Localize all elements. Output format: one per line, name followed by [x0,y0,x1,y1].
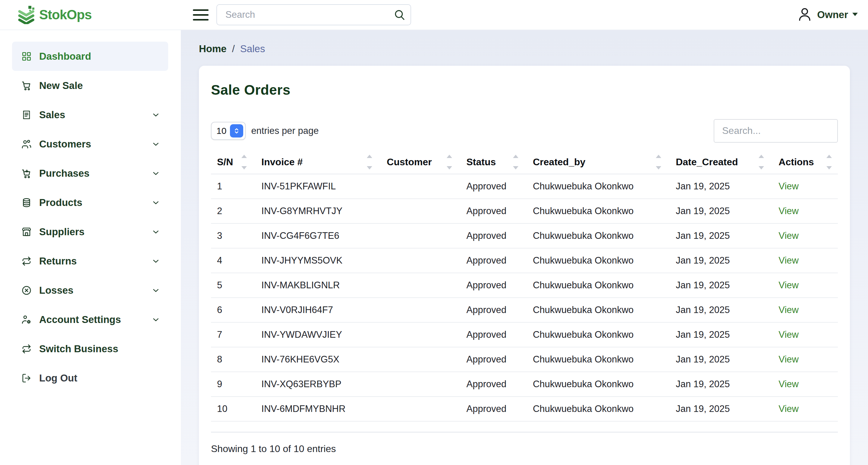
table-row: 8 INV-76KHE6VG5X Approved Chukwuebuka Ok… [211,347,838,372]
chevron-down-icon [151,110,160,119]
table-row: 3 INV-CG4F6G7TE6 Approved Chukwuebuka Ok… [211,224,838,248]
cell-sn: 4 [211,248,253,273]
log-out-icon [21,373,32,383]
sidebar-item-label: Dashboard [39,51,91,62]
cell-sn: 7 [211,322,253,347]
sidebar-item-products[interactable]: Products [12,188,168,217]
column-header[interactable]: Customer [378,150,458,174]
sidebar-item-new-sale[interactable]: New Sale [12,71,168,100]
cell-date-created: Jan 19, 2025 [667,224,770,248]
breadcrumb-home-link[interactable]: Home [199,43,227,55]
column-header[interactable]: Actions [770,150,838,174]
cell-date-created: Jan 19, 2025 [667,397,770,421]
sidebar-item-label: Customers [39,138,91,150]
view-link[interactable]: View [778,379,799,389]
store-icon [21,227,32,237]
hamburger-icon[interactable] [193,9,209,21]
sidebar-item-suppliers[interactable]: Suppliers [12,217,168,246]
topbar-search-input[interactable] [216,4,411,25]
entries-select-value: 10 [216,126,226,136]
column-header[interactable]: Date_Created [667,150,770,174]
column-header[interactable]: Invoice # [253,150,378,174]
table-row: 7 INV-YWDAWVJIEY Approved Chukwuebuka Ok… [211,322,838,347]
main-content: Home / Sales Sale Orders 10 [181,30,868,465]
cell-created-by: Chukwuebuka Okonkwo [524,347,667,372]
column-header[interactable]: Created_by [524,150,667,174]
table-row: 9 INV-XQ63ERBYBP Approved Chukwuebuka Ok… [211,372,838,397]
chevron-down-icon [151,286,160,295]
column-header-label: S/N [217,156,233,168]
cell-invoice: INV-6MDFMYBNHR [253,397,378,421]
view-link[interactable]: View [778,304,799,315]
select-stepper-icon[interactable] [230,124,243,138]
table-row: 2 INV-G8YMRHVTJY Approved Chukwuebuka Ok… [211,199,838,224]
sidebar-item-label: Returns [39,255,77,267]
view-link[interactable]: View [778,181,799,192]
sidebar-item-account-settings[interactable]: Account Settings [12,305,168,334]
view-link[interactable]: View [778,280,799,290]
view-link[interactable]: View [778,255,799,266]
cell-status: Approved [458,322,524,347]
table-search-input[interactable] [714,119,838,143]
sidebar-item-dashboard[interactable]: Dashboard [12,41,168,71]
cell-status: Approved [458,224,524,248]
sidebar-item-switch-business[interactable]: Switch Business [12,334,168,364]
cell-status: Approved [458,273,524,298]
sidebar-item-label: Sales [39,109,65,121]
column-header-label: Actions [778,156,814,168]
cell-actions: View [770,248,838,273]
sort-arrows-icon [447,155,452,170]
cell-actions: View [770,224,838,248]
user-menu[interactable]: Owner [797,6,858,24]
entries-select[interactable]: 10 [211,122,246,140]
view-link[interactable]: View [778,404,799,414]
sidebar-item-label: Losses [39,285,73,296]
caret-down-icon [852,12,858,18]
database-icon [21,198,32,208]
chevron-down-icon [151,169,160,178]
cell-sn: 10 [211,397,253,421]
app-root: StokOps Owner [0,0,868,465]
cell-status: Approved [458,372,524,397]
cell-created-by: Chukwuebuka Okonkwo [524,322,667,347]
table-row: 5 INV-MAKBLIGNLR Approved Chukwuebuka Ok… [211,273,838,298]
sidebar-item-log-out[interactable]: Log Out [12,364,168,393]
cell-sn: 5 [211,273,253,298]
view-link[interactable]: View [778,230,799,241]
sidebar: Dashboard New Sale [0,30,181,465]
cell-actions: View [770,322,838,347]
logo[interactable]: StokOps [0,5,181,24]
view-link[interactable]: View [778,329,799,340]
brand-name: StokOps [39,7,92,22]
cart-icon [21,81,32,91]
sort-arrows-icon [367,155,372,170]
cell-date-created: Jan 19, 2025 [667,347,770,372]
sidebar-item-losses[interactable]: Losses [12,275,168,305]
sidebar-item-label: Switch Business [39,343,118,355]
sidebar-item-returns[interactable]: Returns [12,246,168,275]
view-link[interactable]: View [778,354,799,365]
cell-sn: 1 [211,174,253,199]
page-title: Sale Orders [211,82,838,98]
sale-orders-card: Sale Orders 10 entries per page [199,66,850,465]
person-icon [797,6,813,24]
column-header[interactable]: S/N [211,150,253,174]
cell-sn: 6 [211,298,253,322]
sort-arrows-icon [656,155,661,170]
cell-customer [378,372,458,397]
cell-date-created: Jan 19, 2025 [667,298,770,322]
cell-created-by: Chukwuebuka Okonkwo [524,174,667,199]
cell-invoice: INV-76KHE6VG5X [253,347,378,372]
cell-actions: View [770,298,838,322]
search-icon[interactable] [394,9,406,22]
cell-actions: View [770,347,838,372]
sidebar-item-customers[interactable]: Customers [12,129,168,158]
view-link[interactable]: View [778,206,799,216]
cell-invoice: INV-51PKFAWFIL [253,174,378,199]
sidebar-item-label: Purchases [39,168,90,179]
cell-sn: 8 [211,347,253,372]
column-header[interactable]: Status [458,150,524,174]
sidebar-item-purchases[interactable]: Purchases [12,158,168,188]
column-header-label: Invoice # [261,156,303,168]
sidebar-item-sales[interactable]: Sales [12,100,168,129]
